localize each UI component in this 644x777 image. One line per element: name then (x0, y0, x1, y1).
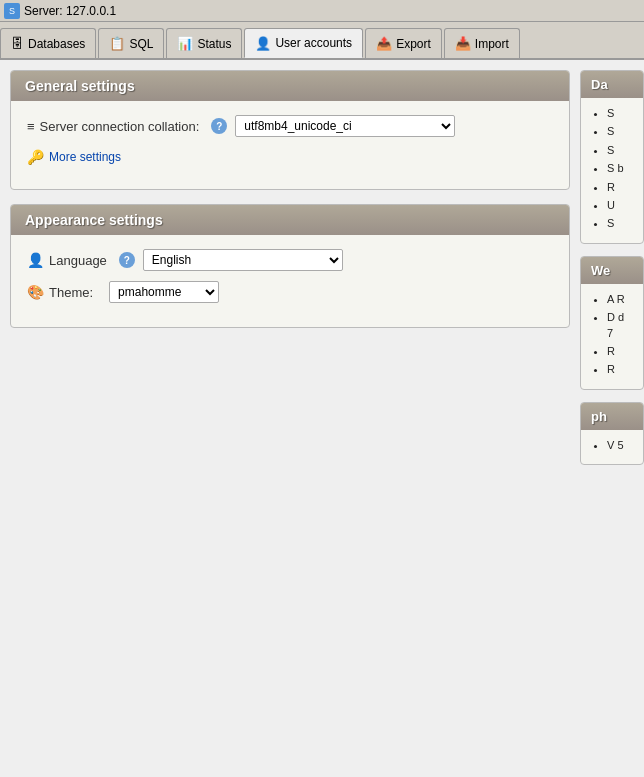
collation-row: ≡ Server connection collation: ? utf8mb4… (27, 115, 553, 137)
appearance-settings-header: Appearance settings (11, 205, 569, 235)
php-section-box: ph V 5 (580, 402, 644, 465)
theme-select[interactable]: pmahomme original metro (109, 281, 219, 303)
db-icon: 🗄 (11, 36, 24, 51)
php-section-header: ph (581, 403, 643, 430)
da-section-header: Da (581, 71, 643, 98)
appearance-settings-box: Appearance settings 👤 Language ? English… (10, 204, 570, 328)
list-item: U (607, 198, 633, 213)
we-section-header: We (581, 257, 643, 284)
list-item: S b (607, 161, 633, 176)
collation-select[interactable]: utf8mb4_unicode_ci utf8_general_ci utf8_… (235, 115, 455, 137)
appearance-settings-body: 👤 Language ? English French German Spani… (11, 235, 569, 327)
tab-import[interactable]: 📥 Import (444, 28, 520, 58)
tabbar: 🗄 Databases 📋 SQL 📊 Status 👤 User accoun… (0, 22, 644, 60)
lines-icon: ≡ (27, 119, 35, 134)
import-icon: 📥 (455, 36, 471, 51)
tab-sql-label: SQL (129, 37, 153, 51)
sql-icon: 📋 (109, 36, 125, 51)
list-item: S (607, 124, 633, 139)
app-icon: S (4, 3, 20, 19)
collation-label: ≡ Server connection collation: (27, 119, 199, 134)
tab-import-label: Import (475, 37, 509, 51)
more-settings-link[interactable]: 🔑 More settings (27, 149, 121, 165)
list-item: S (607, 106, 633, 121)
main-area: General settings ≡ Server connection col… (0, 60, 644, 777)
tab-export[interactable]: 📤 Export (365, 28, 442, 58)
palette-icon: 🎨 (27, 284, 44, 300)
right-panel: Da S S S S b R U S We A R D d 7 (580, 60, 644, 777)
general-settings-body: ≡ Server connection collation: ? utf8mb4… (11, 101, 569, 189)
export-icon: 📤 (376, 36, 392, 51)
titlebar: S Server: 127.0.0.1 (0, 0, 644, 22)
list-item: A R (607, 292, 633, 307)
language-help-icon[interactable]: ? (119, 252, 135, 268)
titlebar-text: Server: 127.0.0.1 (24, 4, 116, 18)
users-icon: 👤 (255, 36, 271, 51)
tab-status[interactable]: 📊 Status (166, 28, 242, 58)
left-panel: General settings ≡ Server connection col… (0, 60, 580, 777)
list-item: V 5 (607, 438, 633, 453)
list-item: R (607, 180, 633, 195)
theme-label: 🎨 Theme: (27, 284, 93, 300)
da-section-box: Da S S S S b R U S (580, 70, 644, 244)
list-item: S (607, 143, 633, 158)
tab-sql[interactable]: 📋 SQL (98, 28, 164, 58)
person-icon: 👤 (27, 252, 44, 268)
tab-user-accounts[interactable]: 👤 User accounts (244, 28, 363, 58)
list-item: R (607, 344, 633, 359)
status-icon: 📊 (177, 36, 193, 51)
collation-help-icon[interactable]: ? (211, 118, 227, 134)
da-section-body: S S S S b R U S (581, 98, 643, 243)
more-settings-row: 🔑 More settings (27, 147, 553, 165)
list-item: S (607, 216, 633, 231)
theme-row: 🎨 Theme: pmahomme original metro (27, 281, 553, 303)
php-section-body: V 5 (581, 430, 643, 464)
list-item: R (607, 362, 633, 377)
language-select[interactable]: English French German Spanish Chinese (143, 249, 343, 271)
tab-status-label: Status (197, 37, 231, 51)
we-section-body: A R D d 7 R R (581, 284, 643, 389)
tab-databases-label: Databases (28, 37, 85, 51)
general-settings-header: General settings (11, 71, 569, 101)
language-label: 👤 Language (27, 252, 107, 268)
tab-databases[interactable]: 🗄 Databases (0, 28, 96, 58)
we-section-box: We A R D d 7 R R (580, 256, 644, 390)
tab-user-accounts-label: User accounts (275, 36, 352, 50)
tab-export-label: Export (396, 37, 431, 51)
general-settings-box: General settings ≡ Server connection col… (10, 70, 570, 190)
language-row: 👤 Language ? English French German Spani… (27, 249, 553, 271)
list-item: D d 7 (607, 310, 633, 341)
key-icon: 🔑 (27, 149, 44, 165)
